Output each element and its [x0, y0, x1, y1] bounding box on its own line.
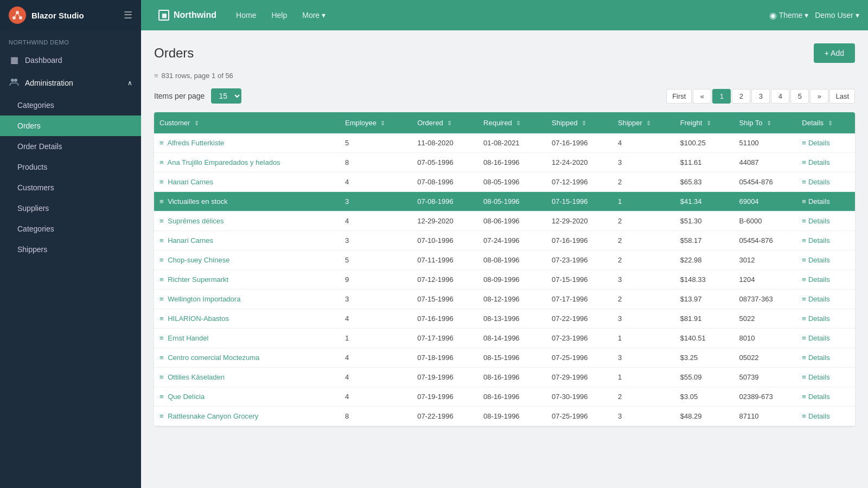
- cell-required-4: 08-06-1996: [478, 211, 546, 231]
- details-link-8[interactable]: ≡ Details: [802, 295, 850, 303]
- details-link-13[interactable]: ≡ Details: [802, 393, 850, 401]
- pagination-last[interactable]: Last: [829, 89, 855, 104]
- details-link-11[interactable]: ≡ Details: [802, 354, 850, 362]
- sidebar-item-products[interactable]: Products: [0, 157, 141, 177]
- cell-details-14: ≡ Details: [796, 407, 855, 426]
- col-required[interactable]: Required ⇕: [478, 112, 546, 133]
- cell-shipped-5: 07-16-1996: [546, 231, 612, 251]
- sidebar-item-orders[interactable]: Orders: [0, 115, 141, 136]
- row-icon-1: ≡: [159, 158, 164, 166]
- theme-dropdown[interactable]: ◉ Theme ▾: [769, 10, 809, 21]
- sidebar-item-customers[interactable]: Customers: [0, 177, 141, 198]
- col-ship-to[interactable]: Ship To ⇕: [733, 112, 796, 133]
- col-shipped[interactable]: Shipped ⇕: [546, 112, 612, 133]
- customer-link-4[interactable]: Suprêmes délices: [168, 217, 224, 225]
- sidebar-item-categories[interactable]: Categories: [0, 95, 141, 115]
- cell-ship-to-12: 50739: [733, 368, 796, 387]
- details-link-5[interactable]: ≡ Details: [802, 236, 850, 245]
- pagination-prev[interactable]: «: [693, 89, 711, 104]
- sort-icon-freight: ⇕: [706, 120, 711, 126]
- details-link-14[interactable]: ≡ Details: [802, 412, 850, 420]
- pagination-next[interactable]: »: [810, 89, 828, 104]
- cell-required-11: 08-15-1996: [478, 348, 546, 368]
- cell-shipper-3: 1: [612, 192, 675, 211]
- customer-link-9[interactable]: HILARION-Abastos: [168, 314, 229, 323]
- sort-icon-shipped: ⇕: [582, 120, 586, 126]
- customer-link-0[interactable]: Alfreds Futterkiste: [168, 139, 225, 147]
- nav-help[interactable]: Help: [265, 8, 293, 23]
- pagination-page-4[interactable]: 4: [771, 89, 789, 104]
- sidebar: Northwind Demo ▦ Dashboard Administratio…: [0, 30, 141, 488]
- cell-employee-9: 4: [340, 309, 412, 329]
- cell-required-5: 07-24-1996: [478, 231, 546, 251]
- meta-icon: ≡: [154, 72, 158, 80]
- col-ordered[interactable]: Ordered ⇕: [412, 112, 478, 133]
- sidebar-item-categories2[interactable]: Categories: [0, 219, 141, 239]
- sidebar-shippers-label: Shippers: [17, 245, 47, 254]
- sidebar-item-administration[interactable]: Administration ∧: [0, 71, 141, 95]
- col-freight[interactable]: Freight ⇕: [675, 112, 734, 133]
- details-icon-13: ≡: [802, 393, 806, 401]
- details-link-12[interactable]: ≡ Details: [802, 373, 850, 381]
- cell-details-5: ≡ Details: [796, 231, 855, 251]
- pagination-page-3[interactable]: 3: [751, 89, 770, 104]
- cell-ship-to-11: 05022: [733, 348, 796, 368]
- details-link-10[interactable]: ≡ Details: [802, 334, 850, 342]
- nav-more[interactable]: More ▾: [296, 8, 332, 23]
- col-details[interactable]: Details ⇕: [796, 112, 855, 133]
- details-link-6[interactable]: ≡ Details: [802, 256, 850, 264]
- svg-point-5: [11, 79, 14, 82]
- customer-link-2[interactable]: Hanari Carnes: [168, 178, 213, 186]
- table-body: ≡ Alfreds Futterkiste 5 11-08-2020 01-08…: [154, 133, 855, 426]
- table-row: ≡ Alfreds Futterkiste 5 11-08-2020 01-08…: [154, 133, 855, 153]
- sidebar-item-order-details[interactable]: Order Details: [0, 136, 141, 157]
- cell-employee-7: 9: [340, 270, 412, 290]
- details-link-2[interactable]: ≡ Details: [802, 178, 850, 186]
- orders-table: Customer ⇕ Employee ⇕ Ordered ⇕ Required…: [154, 112, 855, 426]
- cell-shipper-1: 3: [612, 153, 675, 172]
- details-icon-1: ≡: [802, 158, 806, 166]
- items-per-page-select[interactable]: 15 25 50: [211, 88, 241, 104]
- details-link-4[interactable]: ≡ Details: [802, 217, 850, 225]
- details-link-9[interactable]: ≡ Details: [802, 314, 850, 323]
- customer-link-8[interactable]: Wellington Importadora: [168, 295, 240, 303]
- customer-link-13[interactable]: Que Delícia: [168, 393, 205, 401]
- col-customer[interactable]: Customer ⇕: [154, 112, 340, 133]
- svg-line-3: [14, 12, 17, 18]
- pagination-first[interactable]: First: [666, 89, 692, 104]
- cell-freight-4: $51.30: [675, 211, 734, 231]
- customer-link-5[interactable]: Hanari Carnes: [168, 236, 213, 245]
- details-link-0[interactable]: ≡ Details: [802, 139, 850, 147]
- details-link-1[interactable]: ≡ Details: [802, 158, 850, 166]
- cell-shipper-4: 2: [612, 211, 675, 231]
- details-link-3[interactable]: ≡ Details: [802, 197, 850, 206]
- pagination-page-2[interactable]: 2: [732, 89, 750, 104]
- details-link-7[interactable]: ≡ Details: [802, 275, 850, 284]
- pagination-page-5[interactable]: 5: [790, 89, 809, 104]
- nav-home[interactable]: Home: [229, 8, 263, 23]
- cell-ordered-8: 07-15-1996: [412, 290, 478, 309]
- customer-link-6[interactable]: Chop-suey Chinese: [168, 256, 229, 264]
- cell-required-3: 08-05-1996: [478, 192, 546, 211]
- sidebar-item-shippers[interactable]: Shippers: [0, 239, 141, 260]
- customer-link-14[interactable]: Rattlesnake Canyon Grocery: [168, 412, 258, 420]
- customer-link-11[interactable]: Centro comercial Moctezuma: [168, 354, 259, 362]
- table-row: ≡ Que Delícia 4 07-19-1996 08-16-1996 07…: [154, 387, 855, 407]
- customer-link-10[interactable]: Ernst Handel: [168, 334, 208, 342]
- cell-shipped-3: 07-15-1996: [546, 192, 612, 211]
- pagination-controls: Items per page 15 25 50 First « 1 2 3 4 …: [154, 88, 855, 104]
- pagination-page-1[interactable]: 1: [712, 89, 731, 104]
- navbar-links: Home Help More ▾: [229, 8, 332, 23]
- customer-link-7[interactable]: Richter Supermarkt: [168, 275, 228, 284]
- details-icon-12: ≡: [802, 373, 806, 381]
- customer-link-12[interactable]: Ottilies Käseladen: [168, 373, 225, 381]
- col-shipper[interactable]: Shipper ⇕: [612, 112, 675, 133]
- add-button[interactable]: + Add: [814, 43, 855, 63]
- col-employee[interactable]: Employee ⇕: [340, 112, 412, 133]
- sidebar-item-suppliers[interactable]: Suppliers: [0, 198, 141, 219]
- customer-link-1[interactable]: Ana Trujillo Emparedados y helados: [168, 158, 280, 166]
- sidebar-item-dashboard[interactable]: ▦ Dashboard: [0, 49, 141, 71]
- user-dropdown[interactable]: Demo User ▾: [815, 11, 859, 20]
- hamburger-icon[interactable]: ☰: [124, 9, 132, 21]
- customer-link-3[interactable]: Victuailles en stock: [168, 197, 227, 206]
